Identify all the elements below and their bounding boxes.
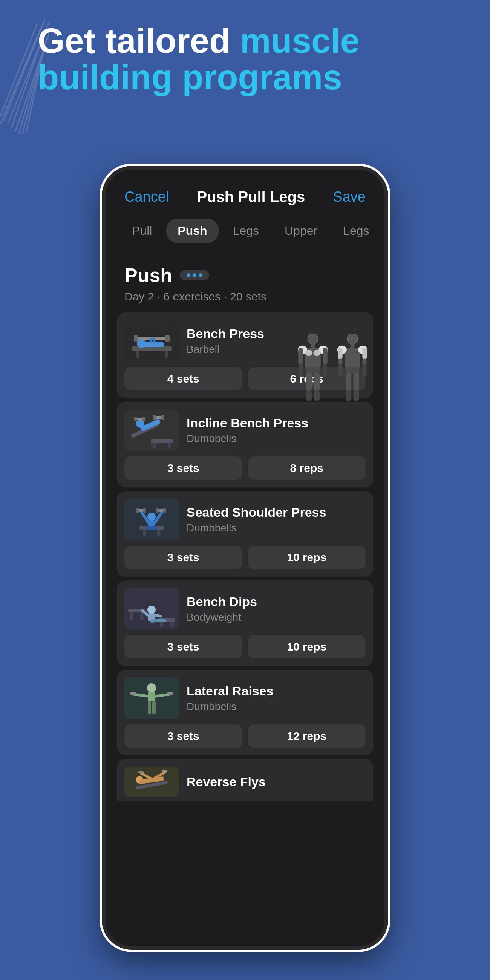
- exercise-info: Lateral Raises Dumbbells: [186, 683, 274, 713]
- svg-rect-61: [143, 417, 145, 422]
- section-meta: Day 2 · 6 exercises · 20 sets: [105, 290, 385, 307]
- phone-wrapper: Cancel Push Pull Legs Save Pull Push Leg…: [102, 166, 388, 950]
- svg-rect-77: [143, 508, 146, 512]
- svg-rect-27: [345, 347, 360, 368]
- header-text-highlight1: muscle: [240, 21, 360, 60]
- svg-rect-48: [134, 335, 138, 342]
- exercise-equipment: Dumbbells: [186, 701, 274, 713]
- svg-rect-84: [130, 612, 133, 620]
- exercise-info: Reverse Flys: [186, 775, 266, 789]
- sets-badge[interactable]: 3 sets: [124, 635, 242, 659]
- exercise-equipment: Dumbbells: [186, 522, 326, 534]
- exercise-card-bench-dips[interactable]: Bench Dips Bodyweight 3 sets 10 reps: [117, 581, 373, 666]
- sets-badge[interactable]: 4 sets: [124, 367, 242, 390]
- exercise-info: Bench Dips Bodyweight: [186, 594, 257, 624]
- section-header: Push: [105, 255, 385, 290]
- body-back: [336, 334, 369, 401]
- svg-line-100: [156, 694, 170, 696]
- tab-legs2[interactable]: Legs: [332, 219, 380, 243]
- svg-rect-23: [306, 390, 312, 401]
- exercise-name: Incline Bench Press: [186, 415, 308, 431]
- svg-rect-26: [350, 344, 354, 347]
- header-section: Get tailored muscle building programs: [38, 22, 460, 95]
- tab-push[interactable]: Push: [166, 219, 218, 243]
- sets-badge[interactable]: 3 sets: [124, 546, 242, 569]
- svg-rect-39: [346, 390, 351, 401]
- dot3: [199, 273, 202, 277]
- svg-rect-56: [168, 442, 171, 448]
- exercise-card-seated-shoulder-press[interactable]: Seated Shoulder Press Dumbbells 3 sets 1…: [117, 491, 373, 577]
- svg-rect-60: [134, 417, 137, 422]
- tab-upper[interactable]: Upper: [273, 219, 329, 243]
- exercise-card-reverse-flys-partial[interactable]: Reverse Flys: [117, 759, 373, 800]
- svg-rect-46: [142, 342, 164, 347]
- svg-rect-24: [314, 390, 320, 401]
- exercise-image-bench-press: [124, 320, 179, 361]
- save-button[interactable]: Save: [333, 189, 366, 205]
- svg-rect-76: [137, 508, 139, 512]
- svg-rect-38: [353, 373, 359, 391]
- exercise-top: Incline Bench Press Dumbbells: [124, 409, 366, 451]
- exercise-card-lateral-raises[interactable]: Lateral Raises Dumbbells 3 sets 12 reps: [117, 670, 373, 756]
- svg-rect-34: [339, 364, 343, 377]
- svg-rect-102: [167, 692, 173, 695]
- sets-badge[interactable]: 3 sets: [124, 457, 242, 480]
- exercise-card-incline-bench-press[interactable]: Incline Bench Press Dumbbells 3 sets 8 r…: [117, 402, 373, 487]
- exercise-image-lateral-raises: [124, 677, 179, 719]
- dot1: [186, 273, 190, 277]
- exercise-top: Lateral Raises Dumbbells: [124, 677, 366, 719]
- header-text-normal: Get tailored: [38, 21, 240, 60]
- svg-rect-36: [346, 367, 359, 374]
- svg-rect-52: [124, 409, 179, 451]
- svg-rect-18: [299, 364, 303, 377]
- svg-line-99: [134, 694, 148, 696]
- exercise-name: Seated Shoulder Press: [186, 505, 326, 520]
- svg-rect-110: [162, 770, 167, 772]
- svg-rect-19: [323, 364, 327, 377]
- svg-rect-49: [165, 335, 170, 342]
- tab-legs1[interactable]: Legs: [222, 219, 270, 243]
- svg-rect-16: [298, 347, 303, 364]
- svg-rect-17: [323, 347, 327, 364]
- svg-rect-98: [152, 701, 156, 714]
- svg-point-14: [305, 350, 312, 356]
- svg-point-95: [147, 683, 156, 692]
- more-options-button[interactable]: [180, 270, 209, 280]
- svg-line-50: [151, 339, 151, 342]
- dot2: [192, 273, 196, 277]
- svg-rect-86: [160, 622, 163, 627]
- svg-rect-30: [338, 347, 342, 359]
- reps-badge[interactable]: 10 reps: [248, 546, 366, 569]
- svg-rect-37: [346, 373, 351, 391]
- svg-rect-67: [143, 530, 146, 536]
- nav-title: Push Pull Legs: [197, 188, 305, 205]
- svg-rect-101: [130, 692, 136, 695]
- exercise-image-bench-dips: [124, 588, 179, 630]
- exercise-stats: 3 sets 12 reps: [124, 724, 366, 748]
- svg-rect-64: [161, 415, 164, 420]
- svg-point-9: [307, 334, 318, 344]
- cancel-button[interactable]: Cancel: [124, 189, 169, 205]
- reps-badge[interactable]: 8 reps: [248, 457, 366, 480]
- svg-rect-68: [157, 530, 160, 536]
- exercise-top: Bench Dips Bodyweight: [124, 588, 366, 630]
- reps-badge[interactable]: 10 reps: [248, 635, 366, 659]
- svg-point-15: [313, 350, 320, 356]
- svg-rect-80: [163, 508, 166, 512]
- svg-rect-87: [170, 622, 173, 627]
- svg-rect-31: [362, 347, 367, 359]
- sets-badge[interactable]: 3 sets: [124, 724, 242, 748]
- svg-rect-63: [153, 415, 156, 420]
- nav-bar: Cancel Push Pull Legs Save: [105, 170, 385, 213]
- exercise-name: Lateral Raises: [186, 683, 274, 699]
- tab-pull[interactable]: Pull: [121, 219, 163, 243]
- phone-outer: Cancel Push Pull Legs Save Pull Push Leg…: [102, 166, 388, 950]
- exercise-image-reverse-flys: [124, 767, 179, 797]
- svg-rect-97: [148, 701, 151, 714]
- svg-rect-55: [153, 442, 156, 448]
- header-title: Get tailored muscle building programs: [38, 22, 460, 95]
- reps-badge[interactable]: 12 reps: [248, 724, 366, 748]
- exercise-name: Bench Press: [186, 326, 264, 342]
- svg-point-69: [147, 512, 156, 521]
- body-diagram: [296, 334, 369, 401]
